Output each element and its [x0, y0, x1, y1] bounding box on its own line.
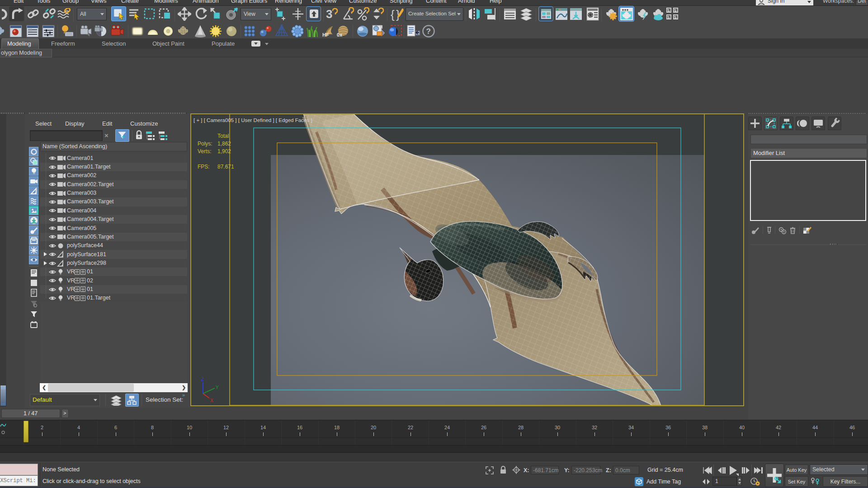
svg-text:87.671: 87.671: [217, 164, 234, 170]
svg-text:Z: Z: [201, 377, 204, 382]
svg-text:X: X: [210, 398, 213, 403]
svg-text:1,862: 1,862: [217, 141, 231, 147]
svg-text:0x: 0x: [337, 32, 343, 38]
svg-text:Polys:: Polys:: [198, 141, 212, 147]
svg-text:{: {: [391, 8, 395, 21]
svg-text:Verts:: Verts:: [198, 148, 212, 155]
svg-text:Total: Total: [217, 133, 229, 139]
svg-text:Y: Y: [216, 385, 219, 390]
svg-text:1,902: 1,902: [217, 148, 231, 155]
svg-text:FPS:: FPS:: [198, 164, 210, 170]
svg-text:[ + ] [ Camera005 ] [ User Def: [ + ] [ Camera005 ] [ User Defined ] [ E…: [193, 117, 312, 123]
svg-text:HF: HF: [322, 32, 329, 38]
svg-text:?: ?: [426, 27, 431, 36]
svg-text:3: 3: [326, 7, 332, 21]
